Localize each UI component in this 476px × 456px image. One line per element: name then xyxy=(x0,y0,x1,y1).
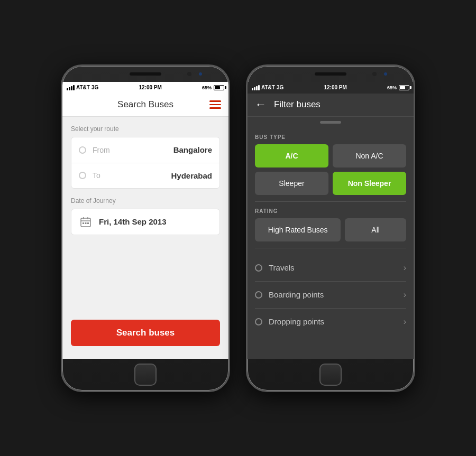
svg-rect-6 xyxy=(87,222,89,224)
phone-top-2 xyxy=(248,66,414,82)
light-1 xyxy=(199,72,202,76)
status-bar-1: AT&T 3G 12:00 PM 65% xyxy=(62,82,228,94)
phone-2: AT&T 3G 12:00 PM 65% ← Filter buses BUS … xyxy=(246,64,415,392)
search-content: Select your route From Bangalore To Hyde… xyxy=(62,117,228,359)
screen-2: ← Filter buses BUS TYPE A/C Non A/C Slee… xyxy=(248,94,414,359)
hamburger-line-1 xyxy=(209,100,221,102)
bar2 xyxy=(69,87,70,90)
bar1 xyxy=(67,88,68,90)
non-sleeper-button[interactable]: Non Sleeper xyxy=(333,172,406,195)
battery-icon-2 xyxy=(399,85,409,90)
camera-1 xyxy=(187,72,191,76)
battery-fill-2 xyxy=(400,86,405,89)
phone-1: AT&T 3G 12:00 PM 65% Search Buses S xyxy=(61,64,230,392)
bar3-2 xyxy=(256,86,258,90)
sleeper-toggle-row: Sleeper Non Sleeper xyxy=(255,172,406,195)
to-location-icon xyxy=(79,172,86,179)
time-2: 12:00 PM xyxy=(324,85,346,90)
network-1: 3G xyxy=(91,85,98,90)
search-screen: Search Buses Select your route From Bang… xyxy=(62,94,228,359)
from-row[interactable]: From Bangalore xyxy=(71,137,219,163)
boarding-label: Boarding points xyxy=(269,290,404,299)
date-value: Fri, 14th Sep 2013 xyxy=(99,217,167,226)
speaker-2 xyxy=(315,72,346,76)
bar4-2 xyxy=(258,85,260,90)
bar2-2 xyxy=(254,87,255,90)
hamburger-menu-button[interactable] xyxy=(209,100,221,109)
phone-bottom-1 xyxy=(134,359,157,390)
travels-label: Travels xyxy=(269,263,404,272)
from-label: From xyxy=(93,146,173,154)
status-left-2: AT&T 3G xyxy=(252,85,283,90)
bar3 xyxy=(71,86,72,90)
signal-bars-2 xyxy=(252,85,260,90)
boarding-chevron: › xyxy=(404,290,406,300)
filter-nav: ← Filter buses xyxy=(248,94,414,117)
travels-icon xyxy=(255,264,262,272)
spacer xyxy=(71,235,220,320)
date-card[interactable]: Fri, 14th Sep 2013 xyxy=(71,209,220,235)
dropping-row[interactable]: Dropping points › xyxy=(255,309,406,335)
screen-1: Search Buses Select your route From Bang… xyxy=(62,94,228,359)
battery-fill-1 xyxy=(215,86,220,89)
to-row[interactable]: To Hyderabad xyxy=(71,163,219,188)
sleeper-button[interactable]: Sleeper xyxy=(255,172,328,195)
search-buses-button[interactable]: Search buses xyxy=(71,320,220,346)
travels-row[interactable]: Travels › xyxy=(255,255,406,282)
bar4 xyxy=(73,85,75,90)
speaker-1 xyxy=(130,72,161,76)
carrier-2: AT&T xyxy=(261,85,275,90)
non-ac-button[interactable]: Non A/C xyxy=(333,144,406,167)
boarding-icon xyxy=(255,291,262,299)
back-button[interactable]: ← xyxy=(255,98,267,111)
travels-chevron: › xyxy=(404,263,406,273)
dropping-label: Dropping points xyxy=(269,317,404,326)
divider-1 xyxy=(255,201,406,202)
svg-rect-5 xyxy=(85,222,87,224)
home-button-1[interactable] xyxy=(134,364,157,386)
route-section-label: Select your route xyxy=(71,125,220,133)
bar1-2 xyxy=(252,88,253,90)
time-1: 12:00 PM xyxy=(139,85,161,90)
to-value: Hyderabad xyxy=(171,171,212,180)
page-title-1: Search Buses xyxy=(117,99,173,110)
rating-label: RATING xyxy=(255,208,406,214)
filter-content: BUS TYPE A/C Non A/C Sleeper Non Sleeper… xyxy=(248,128,414,359)
battery-pct-2: 65% xyxy=(387,85,397,90)
bus-type-label: BUS TYPE xyxy=(255,134,406,140)
rating-toggle-row: High Rated Buses All xyxy=(255,218,406,241)
network-2: 3G xyxy=(277,85,283,90)
filter-screen: ← Filter buses BUS TYPE A/C Non A/C Slee… xyxy=(248,94,414,359)
route-card: From Bangalore To Hyderabad xyxy=(71,137,220,189)
dropping-icon xyxy=(255,318,262,325)
status-left-1: AT&T 3G xyxy=(67,85,98,90)
from-value: Bangalore xyxy=(173,145,212,154)
svg-rect-4 xyxy=(83,222,84,224)
status-right-1: 65% xyxy=(202,85,224,90)
home-button-2[interactable] xyxy=(319,364,342,386)
status-bar-2: AT&T 3G 12:00 PM 65% xyxy=(248,82,414,94)
ac-toggle-row: A/C Non A/C xyxy=(255,144,406,167)
battery-pct-1: 65% xyxy=(202,85,212,90)
ac-button[interactable]: A/C xyxy=(255,144,328,167)
hamburger-line-2 xyxy=(209,104,221,106)
boarding-row[interactable]: Boarding points › xyxy=(255,282,406,309)
high-rated-button[interactable]: High Rated Buses xyxy=(255,218,341,241)
date-section-label: Date of Journey xyxy=(71,197,220,204)
to-label: To xyxy=(93,171,171,180)
carrier-1: AT&T xyxy=(76,85,90,90)
all-button[interactable]: All xyxy=(345,218,406,241)
nav-bar-1: Search Buses xyxy=(62,94,228,117)
divider-2 xyxy=(255,248,406,248)
phone-top-1 xyxy=(62,66,228,82)
battery-icon-1 xyxy=(214,85,224,90)
signal-bars-1 xyxy=(67,85,75,90)
camera-2 xyxy=(372,72,377,76)
phone-bottom-2 xyxy=(319,359,342,390)
hamburger-line-3 xyxy=(209,107,221,109)
filter-handle xyxy=(320,121,341,124)
status-right-2: 65% xyxy=(387,85,409,90)
filter-title: Filter buses xyxy=(274,99,321,110)
dropping-chevron: › xyxy=(404,317,406,327)
calendar-icon xyxy=(79,215,93,229)
